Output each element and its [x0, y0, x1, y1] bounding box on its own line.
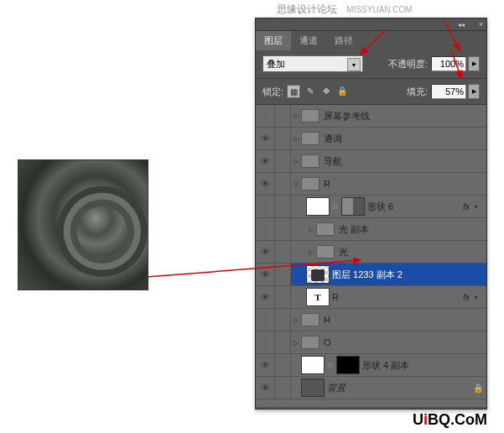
visibility-toggle[interactable]: 👁 — [256, 286, 275, 308]
layers-panel: ◂◂ × 图层 通道 路径 叠加 ▼ 不透明度: 100% ▶ 锁定: ▦ ✎ … — [255, 18, 487, 410]
blend-mode-select[interactable]: 叠加 ▼ — [262, 55, 363, 72]
folder-icon — [301, 177, 320, 190]
expand-arrow-icon[interactable]: ▷ — [306, 226, 316, 233]
layer-thumbnail — [301, 378, 325, 397]
layer-thumbnail — [306, 197, 330, 216]
blend-opacity-row: 叠加 ▼ 不透明度: 100% ▶ — [256, 50, 486, 79]
layer-name: 屏幕参考线 — [324, 110, 486, 123]
fill-input[interactable]: 57% — [431, 84, 466, 99]
visibility-toggle[interactable] — [256, 331, 275, 353]
mask-thumbnail — [341, 197, 365, 216]
expand-arrow-icon[interactable]: ▷ — [291, 135, 301, 143]
tab-layers[interactable]: 图层 — [256, 31, 291, 50]
layer-name: 光 — [339, 246, 486, 258]
layers-list: ▷ 屏幕参考线 👁 ▷ 通调 👁 ▷ 导航 👁 ▽ R — [256, 105, 486, 407]
lock-fill-row: 锁定: ▦ ✎ ✥ 🔒 填充: 57% ▶ — [256, 79, 486, 105]
tab-paths[interactable]: 路径 — [326, 31, 361, 50]
expand-arrow-icon[interactable]: ▷ — [291, 112, 301, 120]
opacity-slider-button[interactable]: ▶ — [468, 56, 480, 71]
lock-pixels-icon[interactable]: ✎ — [304, 85, 316, 97]
opacity-input[interactable]: 100% — [431, 56, 466, 71]
layer-row[interactable]: ▷ 屏幕参考线 — [256, 105, 486, 128]
expand-arrow-icon[interactable]: ▽ — [291, 180, 301, 188]
layer-name: H — [324, 315, 486, 325]
fx-expand-icon[interactable]: ▼ — [473, 204, 483, 210]
fx-badge[interactable]: fx — [463, 202, 470, 211]
visibility-toggle[interactable] — [256, 105, 275, 127]
layer-row[interactable]: ⛓ 形状 6 fx ▼ — [256, 196, 486, 218]
detail-preview-image — [18, 159, 148, 290]
layer-row[interactable]: 👁 ▽ R — [256, 173, 486, 196]
panel-menu-icon[interactable]: ◂◂ — [458, 21, 470, 28]
fx-badge[interactable]: fx — [463, 293, 470, 302]
panel-header: ◂◂ × — [256, 18, 486, 31]
blend-mode-value: 叠加 — [267, 58, 285, 70]
watermark-bottom: UiBQ.CoM — [413, 411, 487, 429]
layer-name: R — [332, 292, 463, 302]
mask-link-icon: ⛓ — [327, 362, 334, 369]
visibility-toggle[interactable]: 👁 — [256, 263, 275, 285]
layer-name: O — [324, 337, 486, 347]
layer-name: 形状 6 — [367, 201, 463, 213]
lock-position-icon[interactable]: ✥ — [320, 85, 332, 97]
fill-label: 填充: — [407, 86, 428, 98]
layer-name: 图层 1233 副本 2 — [332, 269, 486, 281]
layer-name: R — [324, 179, 486, 189]
layer-row[interactable]: 👁 ▷ 导航 — [256, 150, 486, 173]
visibility-toggle[interactable]: 👁 — [256, 150, 275, 172]
layer-row[interactable]: ▷ O — [256, 331, 486, 354]
layer-name: 形状 4 副本 — [362, 359, 486, 372]
expand-arrow-icon[interactable]: ▷ — [306, 248, 316, 256]
watermark-top: 思缘设计论坛 MISSYUAN.COM — [277, 3, 413, 17]
layer-row[interactable]: ▷ H — [256, 309, 486, 331]
layer-name: 光 副本 — [339, 223, 486, 236]
folder-icon — [316, 222, 335, 236]
layer-row-selected[interactable]: 👁 图层 1233 副本 2 — [256, 263, 486, 286]
folder-icon — [301, 109, 320, 123]
visibility-toggle[interactable] — [256, 218, 275, 240]
layer-row[interactable]: 👁 背景 🔒 — [256, 377, 486, 399]
layer-row[interactable]: 👁 ▷ 通调 — [256, 128, 486, 150]
panel-tabs: 图层 通道 路径 — [256, 31, 486, 50]
opacity-label: 不透明度: — [388, 58, 428, 70]
expand-arrow-icon[interactable]: ▷ — [291, 316, 301, 324]
layer-name: 导航 — [324, 155, 486, 168]
text-layer-icon: T — [306, 288, 330, 306]
folder-icon — [301, 313, 320, 326]
panel-close-icon[interactable]: × — [479, 20, 483, 29]
layer-row[interactable]: ▷ 光 副本 — [256, 218, 486, 241]
mask-link-icon: ⛓ — [332, 203, 339, 211]
visibility-toggle[interactable]: 👁 — [256, 173, 275, 195]
layer-name: 背景 — [327, 382, 473, 394]
visibility-toggle[interactable]: 👁 — [256, 241, 275, 263]
layer-row[interactable]: 👁 ⛓ 形状 4 副本 — [256, 354, 486, 377]
folder-icon — [301, 132, 320, 145]
fill-slider-button[interactable]: ▶ — [468, 84, 480, 99]
lock-label: 锁定: — [262, 86, 283, 98]
layer-row[interactable]: 👁 ▷ 光 — [256, 241, 486, 263]
layer-thumbnail — [301, 356, 325, 374]
visibility-toggle[interactable]: 👁 — [256, 354, 275, 376]
dropdown-arrow-icon[interactable]: ▼ — [347, 58, 361, 71]
folder-icon — [301, 336, 320, 349]
visibility-toggle[interactable] — [256, 309, 275, 331]
visibility-toggle[interactable]: 👁 — [256, 377, 275, 399]
tab-channels[interactable]: 通道 — [291, 31, 326, 50]
lock-all-icon[interactable]: 🔒 — [336, 85, 348, 97]
fx-expand-icon[interactable]: ▼ — [473, 295, 483, 300]
lock-icon: 🔒 — [473, 383, 483, 393]
expand-arrow-icon[interactable]: ▷ — [291, 339, 301, 347]
folder-icon — [301, 154, 320, 168]
visibility-toggle[interactable]: 👁 — [256, 128, 275, 149]
visibility-toggle[interactable] — [256, 196, 275, 217]
lock-transparency-icon[interactable]: ▦ — [287, 85, 300, 98]
layer-row[interactable]: 👁 T R fx ▼ — [256, 286, 486, 309]
folder-icon — [316, 245, 335, 258]
layer-name: 通调 — [324, 133, 486, 145]
mask-thumbnail — [336, 356, 360, 374]
expand-arrow-icon[interactable]: ▷ — [291, 158, 301, 165]
layer-thumbnail — [306, 265, 330, 284]
